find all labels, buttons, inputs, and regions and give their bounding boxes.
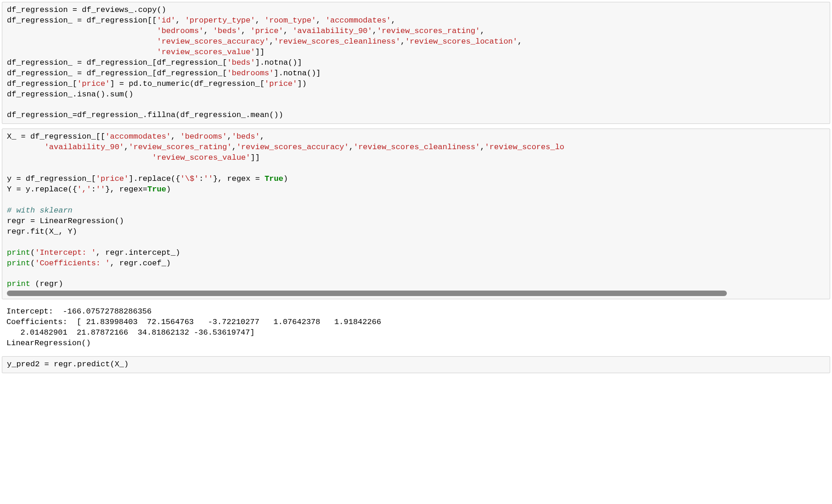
code-cell-3[interactable]: y_pred2 = regr.predict(X_) [2, 356, 830, 373]
code-cell-2[interactable]: X_ = df_regression_[['accommodates', 'be… [2, 129, 830, 299]
code-cell-1-content: df_regression = df_reviews_.copy() df_re… [7, 5, 825, 121]
comment: # with sklearn [7, 206, 73, 215]
output-line: LinearRegression() [6, 339, 91, 347]
output-line: Intercept: -166.07572788286356 [6, 307, 152, 316]
horizontal-scrollbar[interactable] [7, 291, 727, 296]
code-cell-1[interactable]: df_regression = df_reviews_.copy() df_re… [2, 2, 830, 124]
output-cell-2: Intercept: -166.07572788286356 Coefficie… [2, 304, 830, 352]
code-cell-3-content: y_pred2 = regr.predict(X_) [7, 359, 825, 370]
output-line: Coefficients: [ 21.83998403 72.1564763 -… [6, 318, 381, 326]
code-line: df_regression = df_reviews_.copy() [7, 6, 166, 14]
code-line: df_regression_ = df_regression[[ [7, 16, 157, 25]
output-line: 2.01482901 21.87872166 34.81862132 -36.5… [6, 328, 255, 337]
code-cell-2-content: X_ = df_regression_[['accommodates', 'be… [7, 132, 825, 290]
